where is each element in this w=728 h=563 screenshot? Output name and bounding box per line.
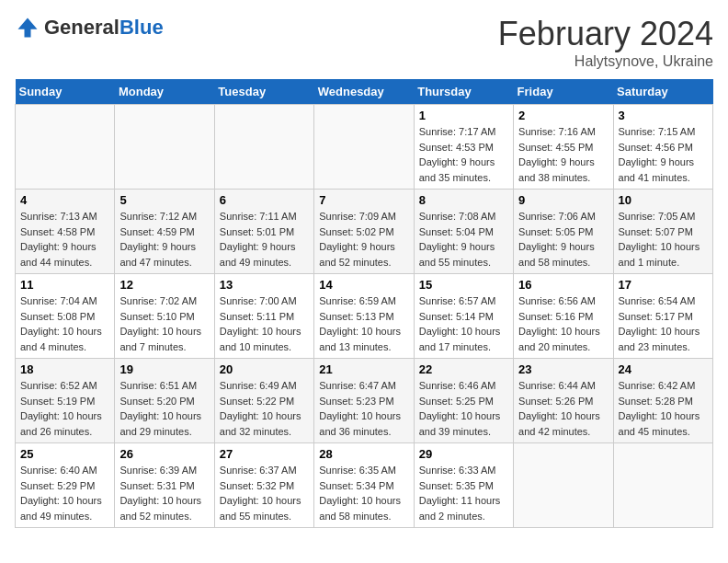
day-info: Sunrise: 6:46 AM Sunset: 5:25 PM Dayligh… bbox=[419, 378, 508, 439]
day-number: 20 bbox=[220, 362, 309, 376]
day-info: Sunrise: 6:49 AM Sunset: 5:22 PM Dayligh… bbox=[220, 378, 309, 439]
calendar-cell: 28Sunrise: 6:35 AM Sunset: 5:34 PM Dayli… bbox=[314, 443, 414, 528]
calendar-cell: 4Sunrise: 7:13 AM Sunset: 4:58 PM Daylig… bbox=[16, 190, 115, 274]
day-info: Sunrise: 7:05 AM Sunset: 5:07 PM Dayligh… bbox=[619, 209, 708, 270]
calendar-cell bbox=[514, 443, 613, 528]
day-number: 29 bbox=[419, 447, 508, 461]
day-number: 26 bbox=[119, 447, 209, 461]
day-number: 12 bbox=[119, 278, 209, 292]
day-info: Sunrise: 7:04 AM Sunset: 5:08 PM Dayligh… bbox=[20, 293, 109, 354]
day-info: Sunrise: 6:33 AM Sunset: 5:35 PM Dayligh… bbox=[419, 463, 508, 523]
calendar-cell: 14Sunrise: 6:59 AM Sunset: 5:13 PM Dayli… bbox=[314, 274, 414, 359]
day-info: Sunrise: 6:59 AM Sunset: 5:13 PM Dayligh… bbox=[319, 293, 408, 354]
svg-marker-0 bbox=[18, 18, 38, 38]
day-info: Sunrise: 6:56 AM Sunset: 5:16 PM Dayligh… bbox=[518, 293, 608, 354]
day-info: Sunrise: 6:47 AM Sunset: 5:23 PM Dayligh… bbox=[319, 378, 408, 439]
day-info: Sunrise: 7:13 AM Sunset: 4:58 PM Dayligh… bbox=[20, 209, 109, 270]
calendar-cell: 21Sunrise: 6:47 AM Sunset: 5:23 PM Dayli… bbox=[314, 359, 414, 443]
day-info: Sunrise: 6:57 AM Sunset: 5:14 PM Dayligh… bbox=[419, 293, 508, 354]
location-title: Halytsynove, Ukraine bbox=[498, 53, 713, 70]
day-number: 14 bbox=[319, 278, 408, 292]
calendar-cell: 7Sunrise: 7:09 AM Sunset: 5:02 PM Daylig… bbox=[314, 190, 414, 274]
calendar-cell: 13Sunrise: 7:00 AM Sunset: 5:11 PM Dayli… bbox=[214, 274, 313, 359]
day-info: Sunrise: 6:51 AM Sunset: 5:20 PM Dayligh… bbox=[119, 378, 209, 439]
day-info: Sunrise: 7:15 AM Sunset: 4:56 PM Dayligh… bbox=[619, 124, 708, 185]
calendar-cell: 1Sunrise: 7:17 AM Sunset: 4:53 PM Daylig… bbox=[414, 105, 513, 190]
day-info: Sunrise: 6:54 AM Sunset: 5:17 PM Dayligh… bbox=[619, 293, 708, 354]
day-info: Sunrise: 7:08 AM Sunset: 5:04 PM Dayligh… bbox=[419, 209, 508, 270]
calendar-cell: 11Sunrise: 7:04 AM Sunset: 5:08 PM Dayli… bbox=[16, 274, 115, 359]
day-number: 22 bbox=[419, 362, 508, 376]
calendar-cell: 29Sunrise: 6:33 AM Sunset: 5:35 PM Dayli… bbox=[414, 443, 513, 528]
day-number: 4 bbox=[20, 193, 109, 207]
day-info: Sunrise: 6:39 AM Sunset: 5:31 PM Dayligh… bbox=[119, 463, 209, 523]
title-block: February 2024 Halytsynove, Ukraine bbox=[498, 15, 713, 70]
calendar-cell: 12Sunrise: 7:02 AM Sunset: 5:10 PM Dayli… bbox=[115, 274, 214, 359]
day-number: 9 bbox=[518, 193, 608, 207]
day-header-tuesday: Tuesday bbox=[214, 79, 313, 105]
calendar-table: SundayMondayTuesdayWednesdayThursdayFrid… bbox=[15, 79, 713, 528]
calendar-cell: 16Sunrise: 6:56 AM Sunset: 5:16 PM Dayli… bbox=[514, 274, 613, 359]
calendar-cell bbox=[314, 105, 414, 190]
calendar-cell: 2Sunrise: 7:16 AM Sunset: 4:55 PM Daylig… bbox=[514, 105, 613, 190]
day-number: 18 bbox=[20, 362, 109, 376]
day-header-sunday: Sunday bbox=[16, 79, 115, 105]
calendar-cell: 26Sunrise: 6:39 AM Sunset: 5:31 PM Dayli… bbox=[115, 443, 214, 528]
calendar-cell bbox=[16, 105, 115, 190]
calendar-cell: 24Sunrise: 6:42 AM Sunset: 5:28 PM Dayli… bbox=[613, 359, 712, 443]
calendar-cell: 20Sunrise: 6:49 AM Sunset: 5:22 PM Dayli… bbox=[214, 359, 313, 443]
calendar-cell: 19Sunrise: 6:51 AM Sunset: 5:20 PM Dayli… bbox=[115, 359, 214, 443]
day-number: 16 bbox=[518, 278, 608, 292]
day-number: 28 bbox=[319, 447, 408, 461]
day-number: 3 bbox=[619, 109, 708, 122]
calendar-cell: 5Sunrise: 7:12 AM Sunset: 4:59 PM Daylig… bbox=[115, 190, 214, 274]
calendar-cell: 8Sunrise: 7:08 AM Sunset: 5:04 PM Daylig… bbox=[414, 190, 513, 274]
day-info: Sunrise: 7:06 AM Sunset: 5:05 PM Dayligh… bbox=[518, 209, 608, 270]
day-header-monday: Monday bbox=[115, 79, 214, 105]
day-number: 7 bbox=[319, 193, 408, 207]
page-header: GeneralBlue February 2024 Halytsynove, U… bbox=[15, 15, 713, 70]
logo-icon bbox=[15, 15, 40, 40]
calendar-cell: 27Sunrise: 6:37 AM Sunset: 5:32 PM Dayli… bbox=[214, 443, 313, 528]
calendar-cell: 17Sunrise: 6:54 AM Sunset: 5:17 PM Dayli… bbox=[613, 274, 712, 359]
day-info: Sunrise: 6:42 AM Sunset: 5:28 PM Dayligh… bbox=[619, 378, 708, 439]
day-number: 13 bbox=[220, 278, 309, 292]
day-number: 17 bbox=[619, 278, 708, 292]
day-info: Sunrise: 6:44 AM Sunset: 5:26 PM Dayligh… bbox=[518, 378, 608, 439]
calendar-cell: 25Sunrise: 6:40 AM Sunset: 5:29 PM Dayli… bbox=[16, 443, 115, 528]
day-number: 11 bbox=[20, 278, 109, 292]
calendar-cell bbox=[115, 105, 214, 190]
day-number: 6 bbox=[220, 193, 309, 207]
day-info: Sunrise: 6:52 AM Sunset: 5:19 PM Dayligh… bbox=[20, 378, 109, 439]
day-info: Sunrise: 7:12 AM Sunset: 4:59 PM Dayligh… bbox=[119, 209, 209, 270]
day-number: 27 bbox=[220, 447, 309, 461]
day-header-wednesday: Wednesday bbox=[314, 79, 414, 105]
day-info: Sunrise: 6:35 AM Sunset: 5:34 PM Dayligh… bbox=[319, 463, 408, 523]
week-row-3: 11Sunrise: 7:04 AM Sunset: 5:08 PM Dayli… bbox=[16, 274, 713, 359]
day-number: 8 bbox=[419, 193, 508, 207]
calendar-cell: 18Sunrise: 6:52 AM Sunset: 5:19 PM Dayli… bbox=[16, 359, 115, 443]
day-info: Sunrise: 7:00 AM Sunset: 5:11 PM Dayligh… bbox=[220, 293, 309, 354]
calendar-header-row: SundayMondayTuesdayWednesdayThursdayFrid… bbox=[16, 79, 713, 105]
logo-blue-text: Blue bbox=[119, 16, 164, 39]
calendar-cell: 22Sunrise: 6:46 AM Sunset: 5:25 PM Dayli… bbox=[414, 359, 513, 443]
logo-general-text: General bbox=[44, 16, 119, 39]
day-header-saturday: Saturday bbox=[613, 79, 712, 105]
calendar-cell: 23Sunrise: 6:44 AM Sunset: 5:26 PM Dayli… bbox=[514, 359, 613, 443]
logo: GeneralBlue bbox=[15, 15, 164, 40]
week-row-5: 25Sunrise: 6:40 AM Sunset: 5:29 PM Dayli… bbox=[16, 443, 713, 528]
calendar-cell: 6Sunrise: 7:11 AM Sunset: 5:01 PM Daylig… bbox=[214, 190, 313, 274]
calendar-cell: 9Sunrise: 7:06 AM Sunset: 5:05 PM Daylig… bbox=[514, 190, 613, 274]
day-number: 10 bbox=[619, 193, 708, 207]
day-header-friday: Friday bbox=[514, 79, 613, 105]
day-info: Sunrise: 6:37 AM Sunset: 5:32 PM Dayligh… bbox=[220, 463, 309, 523]
day-number: 19 bbox=[119, 362, 209, 376]
day-number: 25 bbox=[20, 447, 109, 461]
calendar-cell: 3Sunrise: 7:15 AM Sunset: 4:56 PM Daylig… bbox=[613, 105, 712, 190]
day-number: 24 bbox=[619, 362, 708, 376]
day-info: Sunrise: 6:40 AM Sunset: 5:29 PM Dayligh… bbox=[20, 463, 109, 523]
day-info: Sunrise: 7:09 AM Sunset: 5:02 PM Dayligh… bbox=[319, 209, 408, 270]
day-header-thursday: Thursday bbox=[414, 79, 513, 105]
day-number: 2 bbox=[518, 109, 608, 122]
day-info: Sunrise: 7:11 AM Sunset: 5:01 PM Dayligh… bbox=[220, 209, 309, 270]
